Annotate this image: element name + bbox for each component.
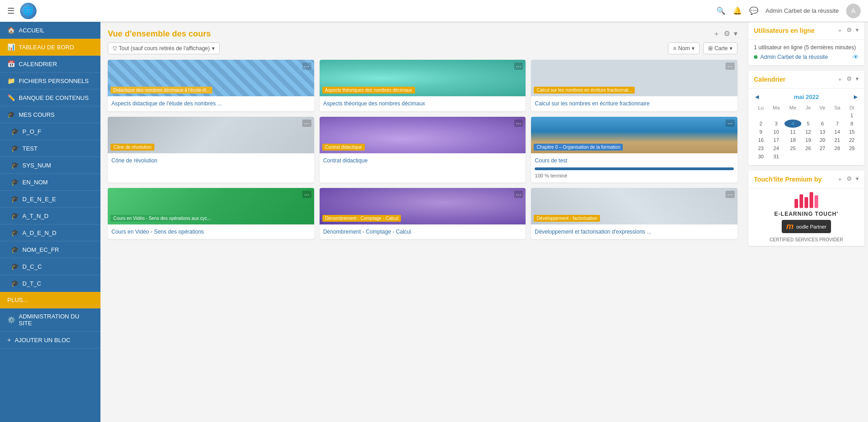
cal-day[interactable]: 15: [845, 128, 859, 136]
course-link-9[interactable]: Développement et factorisation d'express…: [535, 229, 651, 235]
partner-plus-icon[interactable]: ＋: [837, 175, 843, 183]
cal-day-today[interactable]: 4: [784, 120, 801, 128]
sidebar-item-accueil[interactable]: 🏠 ACCUEIL: [0, 22, 100, 39]
cal-day[interactable]: 6: [815, 120, 830, 128]
course-menu-1[interactable]: ···: [302, 63, 311, 70]
cal-day[interactable]: 13: [815, 128, 830, 136]
cal-day[interactable]: 1: [845, 111, 859, 120]
overview-plus-icon[interactable]: ＋: [713, 29, 720, 39]
sort-button[interactable]: ≡ Nom ▾: [668, 42, 699, 54]
sidebar-item-ennom[interactable]: 🎓 EN_NOM: [0, 174, 100, 191]
cal-day[interactable]: [815, 111, 830, 120]
course-menu-9[interactable]: ···: [726, 191, 735, 198]
search-icon[interactable]: 🔍: [716, 6, 726, 15]
cal-day[interactable]: 19: [801, 136, 815, 144]
course-menu-6[interactable]: ···: [726, 120, 735, 127]
chat-icon[interactable]: 💬: [749, 6, 758, 15]
sidebar-item-ajouter-bloc[interactable]: + AJOUTER UN BLOC: [0, 332, 100, 349]
cal-day[interactable]: 23: [754, 144, 768, 152]
cal-day[interactable]: 12: [801, 128, 815, 136]
cal-plus-icon[interactable]: ＋: [837, 75, 843, 83]
sidebar-item-sysnum[interactable]: 🎓 SYS_NUM: [0, 157, 100, 174]
hamburger-menu[interactable]: ☰: [7, 6, 15, 16]
cal-day[interactable]: [784, 111, 801, 120]
cal-day[interactable]: [815, 152, 830, 161]
cal-day[interactable]: 31: [768, 152, 784, 161]
cal-day[interactable]: 25: [784, 144, 801, 152]
sidebar-item-tableau-de-bord[interactable]: 📊 TABLEAU DE BORD: [0, 39, 100, 56]
online-plus-icon[interactable]: ＋: [837, 26, 843, 35]
cal-day[interactable]: [754, 111, 768, 120]
partner-gear-icon[interactable]: ⚙: [847, 175, 852, 183]
sidebar-item-plus[interactable]: PLUS...: [0, 292, 100, 308]
course-link-2[interactable]: Aspects théorique des nombres décimaux: [323, 100, 425, 107]
cal-gear-icon[interactable]: ⚙: [847, 75, 852, 83]
cal-day[interactable]: [830, 111, 845, 120]
course-link-7[interactable]: Cours en Vidéo - Sens des opérations: [111, 229, 204, 235]
avatar[interactable]: A: [846, 4, 861, 18]
course-menu-5[interactable]: ···: [514, 120, 523, 127]
overview-gear-icon[interactable]: ⚙: [724, 29, 730, 39]
sidebar-item-calendrier[interactable]: 📅 CALENDRIER: [0, 56, 100, 73]
online-user-1[interactable]: Admin Carbet de la réussite 👁: [754, 53, 859, 61]
cal-day[interactable]: 28: [830, 144, 845, 152]
course-menu-8[interactable]: ···: [514, 191, 523, 198]
course-menu-2[interactable]: ···: [514, 63, 523, 70]
course-link-4[interactable]: Cône de révolution: [111, 157, 158, 164]
cal-day[interactable]: 16: [754, 136, 768, 144]
cal-day[interactable]: 20: [815, 136, 830, 144]
sidebar-item-nomecfr[interactable]: 🎓 NOM_EC_FR: [0, 241, 100, 258]
sidebar-item-dtc[interactable]: 🎓 D_T_C: [0, 275, 100, 292]
sidebar-item-banque[interactable]: ✏️ BANQUE DE CONTENUS: [0, 89, 100, 106]
course-link-8[interactable]: Dénombrement - Comptage - Calcul: [323, 229, 411, 235]
sidebar-item-adend[interactable]: 🎓 A_D_E_N_D: [0, 224, 100, 241]
cal-day[interactable]: 3: [768, 120, 784, 128]
cal-next-arrow[interactable]: ►: [852, 93, 859, 100]
course-link-3[interactable]: Calcul sur les nombres en écriture fract…: [535, 100, 649, 107]
bell-icon[interactable]: 🔔: [733, 6, 742, 15]
course-menu-7[interactable]: ···: [302, 191, 311, 198]
user-name[interactable]: Admin Carbet de la réussite: [766, 7, 839, 14]
cal-day[interactable]: [784, 152, 801, 161]
cal-day[interactable]: 17: [768, 136, 784, 144]
sidebar-item-fichiers[interactable]: 📁 FICHIERS PERSONNELS: [0, 73, 100, 89]
cal-day[interactable]: 8: [845, 120, 859, 128]
cal-day[interactable]: [801, 111, 815, 120]
course-menu-4[interactable]: ···: [302, 120, 311, 127]
sidebar-item-atnd[interactable]: 🎓 A_T_N_D: [0, 208, 100, 224]
cal-day[interactable]: 10: [768, 128, 784, 136]
cal-arrow-icon[interactable]: ▾: [856, 75, 859, 83]
course-link-1[interactable]: Aspects didactique de l'étude des nombre…: [111, 100, 222, 107]
sidebar-item-denee[interactable]: 🎓 D_E_N_E_E: [0, 191, 100, 208]
sidebar-item-admin[interactable]: ⚙️ ADMINISTRATION DU SITE: [0, 308, 100, 332]
sidebar-item-dcc[interactable]: 🎓 D_C_C: [0, 258, 100, 275]
cal-day[interactable]: 27: [815, 144, 830, 152]
cal-day[interactable]: 26: [801, 144, 815, 152]
cal-day[interactable]: 24: [768, 144, 784, 152]
course-link-5[interactable]: Contrat didactique: [323, 157, 368, 164]
online-gear-icon[interactable]: ⚙: [847, 26, 852, 35]
course-link-6[interactable]: Cours de test: [535, 157, 567, 164]
cal-day[interactable]: 9: [754, 128, 768, 136]
online-arrow-icon[interactable]: ▾: [856, 26, 859, 35]
partner-arrow-icon[interactable]: ▾: [856, 175, 859, 183]
filter-button[interactable]: ▽ Tout (sauf cours retirés de l'affichag…: [108, 42, 220, 54]
cal-day[interactable]: 11: [784, 128, 801, 136]
course-menu-3[interactable]: ···: [726, 63, 735, 70]
cal-day[interactable]: 2: [754, 120, 768, 128]
sidebar-item-test[interactable]: 🎓 TEST: [0, 140, 100, 157]
eye-icon[interactable]: 👁: [852, 53, 859, 61]
overview-arrow-icon[interactable]: ▾: [734, 29, 737, 39]
sidebar-item-mes-cours[interactable]: 🎓 MES COURS: [0, 106, 100, 123]
cal-day[interactable]: 5: [801, 120, 815, 128]
cal-day[interactable]: 29: [845, 144, 859, 152]
cal-day[interactable]: 18: [784, 136, 801, 144]
cal-prev-arrow[interactable]: ◄: [754, 93, 760, 100]
view-button[interactable]: ⊞ Carte ▾: [703, 42, 737, 54]
cal-day[interactable]: [801, 152, 815, 161]
sidebar-item-pof[interactable]: 🎓 P_O_F: [0, 123, 100, 140]
cal-day[interactable]: 21: [830, 136, 845, 144]
cal-day[interactable]: [768, 111, 784, 120]
cal-day[interactable]: 30: [754, 152, 768, 161]
cal-day[interactable]: [830, 152, 845, 161]
